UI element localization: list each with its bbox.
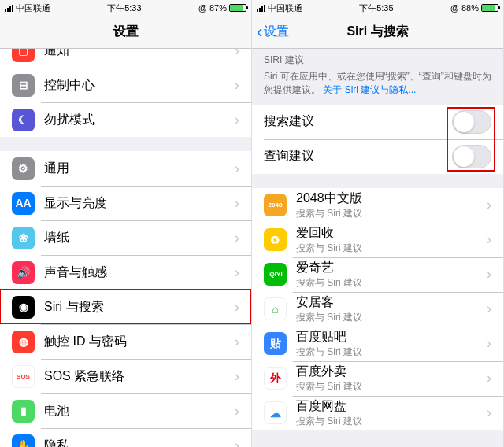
toggle-switch[interactable] (452, 145, 491, 168)
chevron-right-icon: › (487, 301, 491, 317)
chevron-right-icon: › (487, 231, 491, 248)
chevron-right-icon: › (235, 334, 239, 350)
row-通用[interactable]: ⚙通用› (0, 151, 251, 186)
back-label: 设置 (264, 24, 289, 40)
row-label: 搜索建议 (264, 113, 452, 130)
app-icon: ♻ (264, 228, 287, 251)
app-icon: ⌂ (264, 297, 287, 320)
chevron-right-icon: › (487, 405, 491, 421)
row-隐私[interactable]: ✋隐私› (0, 428, 251, 447)
settings-list[interactable]: ▢ 通知 › ⊟控制中心›☾勿扰模式› ⚙通用›AA显示与亮度›❀墙纸›🔊声音与… (0, 49, 251, 447)
row-subtitle: 搜索与 Siri 建议 (296, 276, 487, 290)
battery-icon (229, 4, 246, 12)
app-icon: ◉ (12, 296, 35, 319)
chevron-right-icon: › (487, 370, 491, 386)
signal-icon (5, 5, 13, 12)
app-icon: 🔊 (12, 261, 35, 284)
signal-icon (257, 5, 265, 12)
app-icon: ⚙ (12, 157, 35, 180)
row-控制中心[interactable]: ⊟控制中心› (0, 68, 251, 102)
row-2048中文版[interactable]: 20482048中文版搜索与 Siri 建议› (252, 188, 503, 223)
row-label: SOS 紧急联络 (44, 368, 235, 385)
clock: 下午5:33 (107, 2, 141, 14)
row-label: Siri 与搜索 (44, 299, 235, 316)
app-icon: ◍ (12, 331, 35, 353)
row-label: 声音与触感 (44, 264, 235, 281)
row-subtitle: 搜索与 Siri 建议 (296, 311, 487, 324)
row-subtitle: 搜索与 Siri 建议 (296, 380, 487, 393)
app-icon: 2048 (264, 194, 287, 216)
row-label: 墙纸 (44, 230, 235, 246)
row-label: 控制中心 (44, 77, 235, 94)
siri-list[interactable]: SIRI 建议 Siri 可在应用中、或在您使用“搜索”、“查询”和键盘时为您提… (252, 49, 503, 447)
carrier-label: 中国联通 (268, 2, 302, 14)
page-title: 设置 (113, 24, 139, 40)
row-label: 通用 (44, 161, 235, 177)
chevron-left-icon: ‹ (257, 24, 262, 41)
app-icon: AA (12, 192, 35, 215)
row-label: 百度贴吧 (296, 329, 487, 345)
row-百度贴吧[interactable]: 贴百度贴吧搜索与 Siri 建议› (252, 327, 503, 361)
row-label: 查询建议 (264, 148, 452, 164)
row-安居客[interactable]: ⌂安居客搜索与 Siri 建议› (252, 292, 503, 327)
chevron-right-icon: › (487, 266, 491, 283)
app-icon: ▮ (12, 400, 35, 423)
row-爱回收[interactable]: ♻爱回收搜索与 Siri 建议› (252, 223, 503, 257)
battery-icon (481, 4, 498, 12)
section-header: SIRI 建议 (252, 49, 503, 70)
app-icon: ❀ (12, 227, 35, 249)
chevron-right-icon: › (235, 368, 239, 385)
battery-percent: 87% (209, 3, 227, 13)
chevron-right-icon: › (235, 49, 239, 59)
row-查询建议[interactable]: 查询建议 (252, 139, 503, 174)
row-subtitle: 搜索与 Siri 建议 (296, 242, 487, 255)
chevron-right-icon: › (235, 403, 239, 419)
privacy-link[interactable]: 关于 Siri 建议与隐私... (323, 84, 416, 95)
row-显示与亮度[interactable]: AA显示与亮度› (0, 186, 251, 220)
chevron-right-icon: › (235, 112, 239, 128)
chevron-right-icon: › (487, 197, 491, 213)
back-button[interactable]: ‹ 设置 (257, 24, 289, 41)
row-label: 爱奇艺 (296, 260, 487, 276)
siri-search-screen: 中国联通 下午5:35 @ 88% ‹ 设置 Siri 与搜索 SIRI 建议 … (252, 0, 504, 447)
row-SOS 紧急联络[interactable]: SOSSOS 紧急联络› (0, 359, 251, 393)
battery-percent: 88% (461, 3, 479, 13)
row-墙纸[interactable]: ❀墙纸› (0, 220, 251, 255)
row-百度外卖[interactable]: 外百度外卖搜索与 Siri 建议› (252, 361, 503, 396)
settings-screen: 中国联通 下午5:33 @ 87% 设置 ▢ 通知 › ⊟控制中心›☾勿扰模式›… (0, 0, 252, 447)
status-bar: 中国联通 下午5:33 @ 87% (0, 0, 251, 16)
app-icon: iQIYI (264, 263, 287, 286)
toggle-switch[interactable] (452, 110, 491, 134)
row-label: 百度网盘 (296, 398, 487, 415)
app-icon: ✋ (12, 434, 35, 448)
row-label: 显示与亮度 (44, 195, 235, 212)
row-声音与触感[interactable]: 🔊声音与触感› (0, 255, 251, 290)
bell-icon: ▢ (12, 49, 35, 62)
row-百度网盘[interactable]: ☁百度网盘搜索与 Siri 建议› (252, 396, 503, 430)
chevron-right-icon: › (235, 230, 239, 246)
row-label: 安居客 (296, 294, 487, 311)
row-Siri 与搜索[interactable]: ◉Siri 与搜索› (0, 290, 251, 324)
row-触控 ID 与密码[interactable]: ◍触控 ID 与密码› (0, 324, 251, 359)
row-label: 隐私 (44, 438, 235, 448)
row-label: 百度外卖 (296, 364, 487, 380)
app-icon: SOS (12, 365, 35, 388)
row-label: 电池 (44, 403, 235, 419)
row-notifications[interactable]: ▢ 通知 › (0, 49, 251, 68)
row-电池[interactable]: ▮电池› (0, 393, 251, 428)
row-label: 勿扰模式 (44, 112, 235, 128)
chevron-right-icon: › (235, 299, 239, 316)
app-icon: ⊟ (12, 74, 35, 97)
row-勿扰模式[interactable]: ☾勿扰模式› (0, 102, 251, 137)
row-label: 通知 (44, 49, 235, 59)
row-subtitle: 搜索与 Siri 建议 (296, 207, 487, 220)
app-icon: 贴 (264, 332, 287, 355)
status-bar: 中国联通 下午5:35 @ 88% (252, 0, 503, 16)
chevron-right-icon: › (235, 264, 239, 281)
chevron-right-icon: › (487, 335, 491, 352)
row-爱奇艺[interactable]: iQIYI爱奇艺搜索与 Siri 建议› (252, 257, 503, 292)
clock: 下午5:35 (359, 2, 393, 14)
chevron-right-icon: › (235, 77, 239, 94)
row-搜索建议[interactable]: 搜索建议 (252, 105, 503, 139)
row-label: 触控 ID 与密码 (44, 334, 235, 350)
